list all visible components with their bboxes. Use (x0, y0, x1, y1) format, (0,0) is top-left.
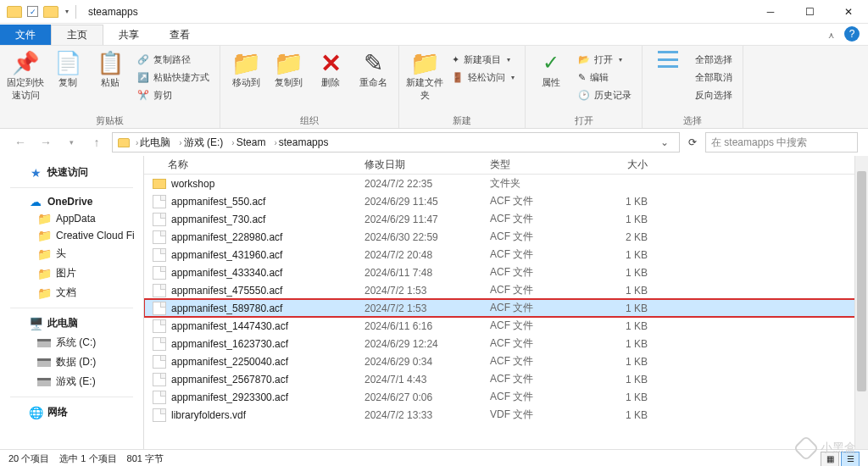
file-row[interactable]: appmanifest_2567870.acf2024/7/1 4:43ACF … (144, 370, 868, 388)
folder-icon: 📁 (37, 287, 51, 299)
select-all-button-icon[interactable] (649, 47, 687, 68)
scrollbar[interactable] (854, 156, 868, 449)
file-date: 2024/7/1 4:43 (364, 374, 490, 386)
refresh-button[interactable]: ⟳ (685, 136, 700, 148)
paste-shortcut-button[interactable]: ↗️粘贴快捷方式 (134, 69, 213, 86)
search-input[interactable]: 在 steamapps 中搜索 (705, 132, 858, 153)
up-button[interactable]: ↑ (86, 132, 107, 153)
tab-view[interactable]: 查看 (154, 25, 205, 45)
tab-file[interactable]: 文件 (0, 25, 51, 45)
collapse-ribbon-icon[interactable]: ⋏ (828, 31, 834, 40)
maximize-button[interactable]: ☐ (790, 0, 829, 24)
cut-button[interactable]: ✂️剪切 (134, 86, 213, 103)
nav-drive-c[interactable]: 系统 (C:) (0, 333, 143, 352)
nav-quickaccess[interactable]: ★快速访问 (0, 163, 143, 182)
crumb-steam[interactable]: ›Steam (227, 133, 268, 152)
file-icon (153, 230, 166, 244)
file-date: 2024/7/2 13:33 (364, 409, 490, 421)
nav-creative[interactable]: 📁Creative Cloud Fi (0, 227, 143, 244)
file-row[interactable]: appmanifest_589780.acf2024/7/2 1:53ACF 文… (144, 299, 868, 317)
col-modified[interactable]: 修改日期 (364, 158, 490, 172)
file-row[interactable]: appmanifest_2923300.acf2024/6/27 0:06ACF… (144, 388, 868, 406)
invert-select-button[interactable]: 反向选择 (692, 86, 736, 103)
file-row[interactable]: appmanifest_433340.acf2024/6/11 7:48ACF … (144, 264, 868, 281)
edit-button[interactable]: ✎编辑 (575, 69, 635, 86)
help-icon[interactable]: ? (844, 26, 860, 42)
file-name: libraryfolders.vdf (171, 409, 246, 421)
file-row[interactable]: appmanifest_2250040.acf2024/6/29 0:34ACF… (144, 352, 868, 370)
file-name: appmanifest_730.acf (171, 214, 265, 225)
moveto-button[interactable]: 📁移动到 (227, 47, 264, 89)
copyto-button[interactable]: 📁复制到 (270, 47, 307, 89)
rename-button[interactable]: ✎重命名 (354, 47, 392, 89)
address-bar[interactable]: ›此电脑 ›游戏 (E:) ›Steam ›steamapps ⌄ (112, 132, 680, 153)
tab-home[interactable]: 主页 (51, 25, 103, 45)
col-name[interactable]: 名称 (144, 158, 364, 172)
delete-button[interactable]: ✕删除 (312, 47, 349, 89)
file-name: appmanifest_1623730.acf (171, 338, 288, 350)
copy-path-button[interactable]: 🔗复制路径 (134, 51, 213, 68)
navigation-pane[interactable]: ★快速访问 ☁OneDrive 📁AppData 📁Creative Cloud… (0, 156, 144, 449)
qat-dropdown-icon[interactable]: ▾ (65, 8, 69, 15)
new-folder-button[interactable]: 📁新建文件夹 (406, 47, 443, 102)
select-all-button[interactable]: 全部选择 (692, 51, 736, 68)
address-dropdown-icon[interactable]: ⌄ (655, 136, 674, 148)
file-name: appmanifest_589780.acf (171, 302, 282, 314)
back-button[interactable]: ← (10, 132, 31, 153)
file-row[interactable]: appmanifest_1447430.acf2024/6/11 6:16ACF… (144, 317, 868, 335)
file-icon (153, 195, 166, 208)
select-none-button[interactable]: 全部取消 (692, 69, 736, 86)
file-row[interactable]: appmanifest_475550.acf2024/7/2 1:53ACF 文… (144, 281, 868, 299)
pin-button[interactable]: 📌固定到快速访问 (7, 47, 44, 102)
file-icon (153, 248, 166, 262)
main-area: ★快速访问 ☁OneDrive 📁AppData 📁Creative Cloud… (0, 156, 868, 449)
file-icon (153, 302, 166, 315)
minimize-button[interactable]: ─ (751, 0, 790, 24)
paste-button[interactable]: 📋粘贴 (92, 47, 129, 89)
file-row[interactable]: appmanifest_550.acf2024/6/29 11:45ACF 文件… (144, 192, 868, 210)
properties-button[interactable]: ✓属性 (532, 47, 570, 89)
file-row[interactable]: appmanifest_228980.acf2024/6/30 22:59ACF… (144, 228, 868, 246)
crumb-thispc[interactable]: ›此电脑 (131, 133, 173, 152)
file-row[interactable]: appmanifest_730.acf2024/6/29 11:47ACF 文件… (144, 210, 868, 228)
close-button[interactable]: ✕ (829, 0, 868, 24)
tab-share[interactable]: 共享 (103, 25, 154, 45)
col-size[interactable]: 大小 (590, 158, 665, 172)
file-size: 1 KB (590, 302, 665, 314)
nav-onedrive[interactable]: ☁OneDrive (0, 193, 143, 210)
file-row[interactable]: appmanifest_431960.acf2024/7/2 20:48ACF … (144, 246, 868, 264)
history-button[interactable]: 🕑历史记录 (575, 86, 635, 103)
nav-drive-e[interactable]: 游戏 (E:) (0, 372, 143, 391)
file-row[interactable]: libraryfolders.vdf2024/7/2 13:33VDF 文件1 … (144, 406, 868, 424)
file-row[interactable]: workshop2024/7/2 22:35文件夹 (144, 175, 868, 192)
crumb-drive[interactable]: ›游戏 (E:) (175, 133, 225, 152)
easy-access-button[interactable]: 🚪轻松访问▾ (448, 69, 518, 86)
nav-documents[interactable]: 📁文档 (0, 283, 143, 302)
file-name: workshop (171, 178, 214, 190)
col-type[interactable]: 类型 (490, 158, 590, 172)
window-title: steamapps (88, 6, 138, 18)
nav-thispc[interactable]: 🖥️此电脑 (0, 313, 143, 333)
forward-button[interactable]: → (36, 132, 56, 153)
qat-folder-icon[interactable] (43, 6, 58, 18)
qat-checkbox[interactable]: ✓ (27, 6, 38, 17)
new-item-button[interactable]: ✦新建项目▾ (448, 51, 518, 68)
nav-network[interactable]: 🌐网络 (0, 402, 143, 422)
file-type: ACF 文件 (490, 336, 590, 351)
crumb-steamapps[interactable]: ›steamapps (270, 133, 331, 152)
file-date: 2024/6/30 22:59 (364, 231, 490, 243)
file-row[interactable]: appmanifest_1623730.acf2024/6/29 12:24AC… (144, 335, 868, 352)
nav-appdata[interactable]: 📁AppData (0, 210, 143, 227)
file-name: appmanifest_2250040.acf (171, 356, 288, 368)
open-button[interactable]: 📂打开▾ (575, 51, 635, 68)
copy-button[interactable]: 📄复制 (49, 47, 86, 89)
file-type: ACF 文件 (490, 372, 590, 386)
scrollbar-thumb[interactable] (857, 171, 866, 391)
group-label-clipboard: 剪贴板 (7, 114, 213, 128)
folder-icon: 📁 (37, 213, 51, 225)
recent-dropdown-icon[interactable]: ▾ (61, 132, 81, 153)
nav-pictures[interactable]: 📁图片 (0, 264, 143, 283)
nav-drive-d[interactable]: 数据 (D:) (0, 352, 143, 372)
nav-head[interactable]: 📁头 (0, 244, 143, 264)
watermark: 小黑盒 (797, 439, 856, 458)
